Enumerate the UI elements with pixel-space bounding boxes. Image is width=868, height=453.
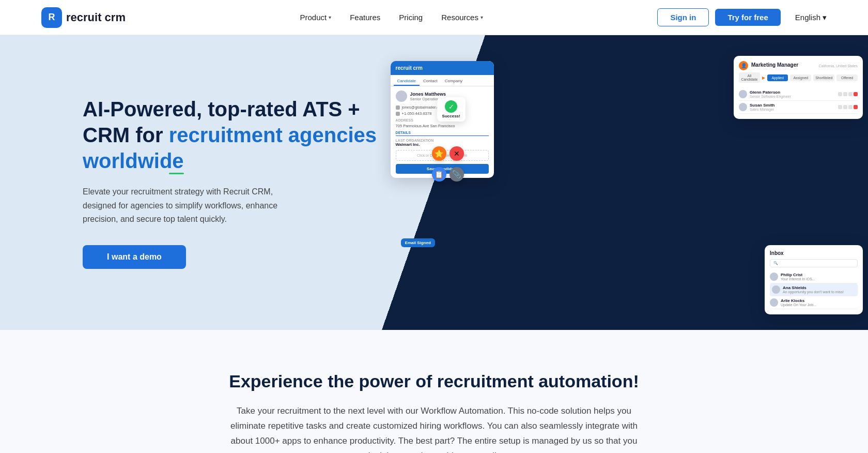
success-badge: ✓ Success! [437,97,466,122]
tab-company[interactable]: Company [441,77,466,86]
section-description: Take your recruitment to the next level … [222,404,646,453]
candidate-role: Senior Operational Manager [410,97,459,101]
address-label: ADDRESS [396,118,489,122]
hero-section: AI-Powered, top-rated ATS + CRM for recr… [0,35,868,330]
navbar: R recruit crm Product ▾ Features Pricing… [0,0,868,35]
nav-actions: Sign in Try for free English ▾ [657,8,827,26]
language-selector[interactable]: English ▾ [795,13,827,22]
gray-bubble: 📎 [450,167,464,182]
save-candidate-btn[interactable]: Save Candidate [396,164,489,174]
candidate-email-row: jones@globalmailer.com [396,105,489,110]
drag-resume[interactable]: Click or Drag Resume/CV Here [396,150,489,161]
tryfree-button[interactable]: Try for free [715,9,780,26]
candidate-phone-row: +1-050-443-8378 [396,111,489,116]
blue-bubble: 📋 [432,167,446,182]
candidate-address: 705 Parmolous Ave San Francisco [396,124,489,128]
details-label: Details [396,131,489,136]
candidate-phone: +1-050-443-8378 [402,111,432,116]
nav-pricing[interactable]: Pricing [399,13,423,22]
card-header: recruit crm [391,61,494,75]
chevron-down-icon: ▾ [329,14,331,20]
phone-icon [396,112,400,116]
logo-icon: R [41,7,62,28]
nav-resources[interactable]: Resources ▾ [441,13,483,22]
email-icon [396,105,400,110]
section-automation: Experience the power of recruitment auto… [0,330,868,453]
nav-product[interactable]: Product ▾ [300,13,331,22]
candidate-email: jones@globalmailer.com [402,105,444,110]
signin-button[interactable]: Sign in [657,8,709,26]
section-title: Experience the power of recruitment auto… [83,371,785,391]
nav-links: Product ▾ Features Pricing Resources ▾ [300,13,483,22]
hero-illustration-bg [434,35,868,330]
demo-button[interactable]: I want a demo [83,245,186,269]
card-body: Jones Matthews Senior Operational Manage… [391,86,494,178]
hero-description: Elevate your recruitment strategy with R… [83,185,300,226]
tab-contact[interactable]: Contact [420,77,441,86]
red-bubble: ✕ [450,146,464,161]
candidate-avatar [396,90,407,102]
status-bubbles-2: 📋 📎 [432,167,464,182]
success-icon: ✓ [445,100,457,113]
email-sent-badge: Email Signed [401,238,435,247]
chevron-down-icon: ▾ [481,14,483,20]
logo-text: recruit crm [66,11,126,24]
card-tabs: Candidate Contact Company [391,75,494,86]
nav-features[interactable]: Features [350,13,380,22]
status-bubbles: ⭐ ✕ [432,146,464,161]
last-org-label: LAST ORGANIZATION [396,139,489,142]
chevron-down-icon: ▾ [823,13,827,22]
tab-candidate[interactable]: Candidate [394,77,420,86]
candidate-info: Jones Matthews Senior Operational Manage… [396,90,489,102]
candidate-name: Jones Matthews [410,92,459,97]
hero-content: AI-Powered, top-rated ATS + CRM for recr… [0,35,434,330]
candidate-card: recruit crm Candidate Contact Company Jo… [391,61,494,178]
hero-title: AI-Powered, top-rated ATS + CRM for recr… [83,96,393,174]
logo[interactable]: R recruit crm [41,7,126,28]
orange-bubble: ⭐ [432,146,446,161]
last-org: Walmart Inc. [396,142,489,147]
